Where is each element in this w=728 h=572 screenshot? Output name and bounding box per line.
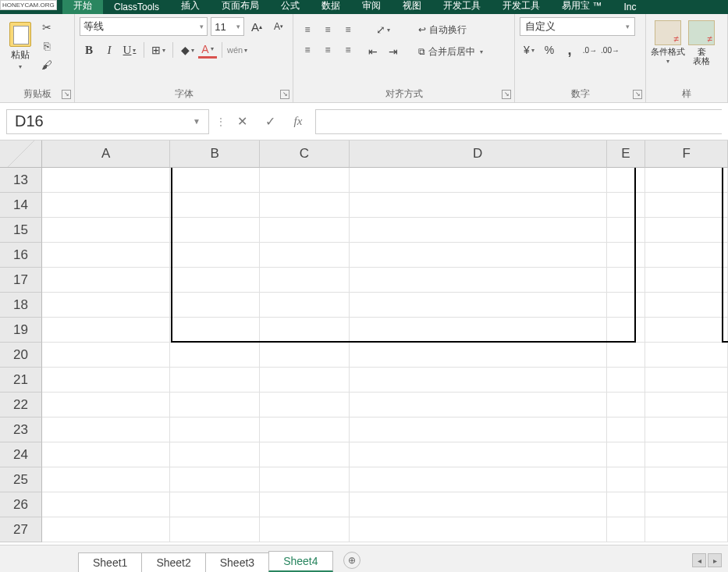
col-header-E[interactable]: E [607,140,646,168]
merge-center-button[interactable]: ⧉ 合并后居中 [412,42,489,61]
cell-B22[interactable] [170,393,260,417]
cell-F13[interactable] [645,168,728,193]
align-right-button[interactable]: ≡ [339,41,357,59]
cell-C19[interactable] [260,318,350,343]
cancel-button[interactable]: ✕ [231,111,253,133]
cell-C16[interactable] [260,243,350,268]
cell-B21[interactable] [170,368,260,393]
accounting-format-button[interactable]: ¥ [520,41,538,59]
sheet-tab-Sheet4[interactable]: Sheet4 [268,551,332,572]
cell-D13[interactable] [350,168,607,193]
cell-F21[interactable] [645,368,728,393]
cell-F19[interactable] [645,318,728,343]
cell-E19[interactable] [607,318,646,343]
cell-B27[interactable] [170,517,260,542]
cell-D19[interactable] [350,318,607,343]
expand-dots[interactable]: ⋮ [215,115,225,128]
row-header-13[interactable]: 13 [0,168,42,193]
menu-tab-4[interactable]: 公式 [270,0,311,14]
row-header-20[interactable]: 20 [0,343,42,368]
increase-font-button[interactable]: A▴ [247,17,266,36]
row-header-19[interactable]: 19 [0,318,42,343]
cell-C27[interactable] [260,517,350,542]
cell-A25[interactable] [42,467,170,492]
cell-A14[interactable] [42,193,170,218]
cell-D21[interactable] [350,368,607,393]
cell-B23[interactable] [170,417,260,442]
cell-E22[interactable] [607,393,646,417]
col-header-C[interactable]: C [260,140,350,168]
cell-area[interactable] [42,168,728,545]
menu-tab-10[interactable]: 易用宝 ™ [551,0,613,14]
cell-F20[interactable] [645,343,728,368]
row-header-24[interactable]: 24 [0,442,42,467]
row-header-17[interactable]: 17 [0,268,42,293]
phonetic-button[interactable]: wén [227,41,247,59]
row-header-16[interactable]: 16 [0,243,42,268]
cell-D26[interactable] [350,492,607,517]
cell-A20[interactable] [42,343,170,368]
cell-C14[interactable] [260,193,350,218]
italic-button[interactable]: I [100,41,119,59]
col-header-A[interactable]: A [42,140,170,168]
cell-D27[interactable] [350,517,607,542]
cell-D14[interactable] [350,193,607,218]
cell-A19[interactable] [42,318,170,343]
align-top-button[interactable]: ≡ [298,20,317,39]
cell-F25[interactable] [645,467,728,492]
row-header-25[interactable]: 25 [0,467,42,492]
cut-button[interactable]: ✂ [39,20,55,34]
cell-F22[interactable] [645,393,728,417]
cell-B24[interactable] [170,442,260,467]
orientation-button[interactable]: ⤢ [364,20,403,39]
cell-C21[interactable] [260,368,350,393]
cell-E27[interactable] [607,517,646,542]
font-launcher[interactable]: ↘ [280,90,289,99]
cell-B25[interactable] [170,467,260,492]
alignment-launcher[interactable]: ↘ [502,90,511,99]
cell-A16[interactable] [42,243,170,268]
fill-color-button[interactable]: ◆ [178,41,197,59]
col-header-B[interactable]: B [170,140,260,168]
cell-D22[interactable] [350,393,607,417]
cell-F16[interactable] [645,243,728,268]
row-header-23[interactable]: 23 [0,417,42,442]
name-box[interactable]: D16▼ [6,109,209,134]
conditional-format-button[interactable]: 条件格式 ▾ [651,20,685,65]
cell-F24[interactable] [645,442,728,467]
indent-decrease-button[interactable]: ⇤ [364,42,382,61]
cell-D20[interactable] [350,343,607,368]
sheet-tab-Sheet1[interactable]: Sheet1 [78,552,142,572]
cell-C25[interactable] [260,467,350,492]
cell-C26[interactable] [260,492,350,517]
cell-B18[interactable] [170,293,260,318]
cell-F15[interactable] [645,218,728,243]
cell-E15[interactable] [607,218,646,243]
menu-tab-3[interactable]: 页面布局 [211,0,270,14]
cell-B16[interactable] [170,243,260,268]
cell-B17[interactable] [170,268,260,293]
cell-B19[interactable] [170,318,260,343]
cell-B13[interactable] [170,168,260,193]
format-painter-button[interactable]: 🖌 [39,58,55,72]
cell-F23[interactable] [645,417,728,442]
cell-F27[interactable] [645,517,728,542]
align-left-button[interactable]: ≡ [298,41,317,59]
cell-E24[interactable] [607,442,646,467]
row-header-18[interactable]: 18 [0,293,42,318]
cell-C20[interactable] [260,343,350,368]
cell-A23[interactable] [42,417,170,442]
cell-D25[interactable] [350,467,607,492]
menu-tab-0[interactable]: 开始 [62,0,103,14]
menu-tab-7[interactable]: 视图 [392,0,432,14]
menu-tab-11[interactable]: Inc [613,0,647,14]
align-center-button[interactable]: ≡ [318,41,337,59]
bold-button[interactable]: B [80,41,98,59]
border-button[interactable]: ⊞ [149,41,168,59]
number-launcher[interactable]: ↘ [633,90,642,99]
indent-increase-button[interactable]: ⇥ [384,42,403,61]
row-header-26[interactable]: 26 [0,492,42,517]
cell-E26[interactable] [607,492,646,517]
cell-A17[interactable] [42,268,170,293]
cell-C24[interactable] [260,442,350,467]
